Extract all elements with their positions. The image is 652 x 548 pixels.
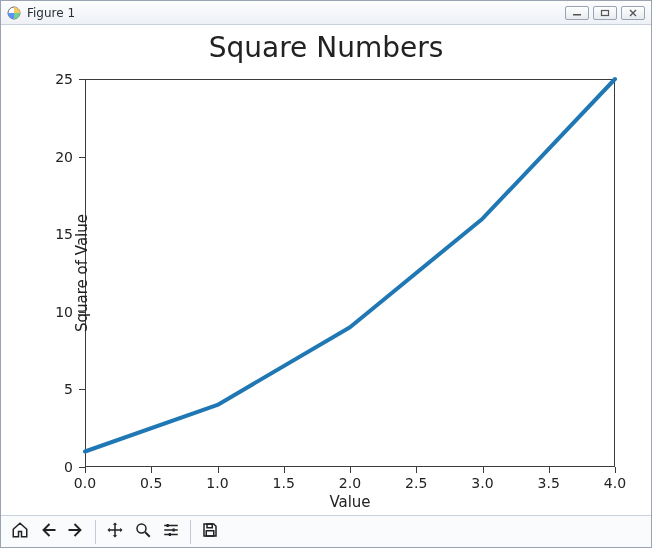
svg-rect-4	[167, 524, 169, 527]
xtick-label: 2.5	[405, 475, 427, 491]
arrow-left-icon	[39, 521, 57, 543]
xtick	[85, 467, 86, 473]
home-icon	[11, 521, 29, 543]
window-title: Figure 1	[27, 6, 75, 20]
move-icon	[106, 521, 124, 543]
sliders-icon	[162, 521, 180, 543]
svg-rect-8	[206, 530, 214, 535]
chart-title: Square Numbers	[1, 31, 651, 64]
minimize-button[interactable]	[565, 6, 589, 20]
svg-point-3	[137, 524, 146, 533]
ytick-label: 15	[55, 226, 73, 242]
forward-button[interactable]	[63, 520, 89, 544]
save-button[interactable]	[197, 520, 223, 544]
xtick-label: 4.0	[604, 475, 626, 491]
ytick-label: 20	[55, 149, 73, 165]
xtick	[284, 467, 285, 473]
xtick-label: 1.5	[273, 475, 295, 491]
configure-button[interactable]	[158, 520, 184, 544]
zoom-button[interactable]	[130, 520, 156, 544]
ytick-label: 10	[55, 304, 73, 320]
arrow-right-icon	[67, 521, 85, 543]
xtick-label: 1.0	[206, 475, 228, 491]
xtick	[218, 467, 219, 473]
pan-button[interactable]	[102, 520, 128, 544]
maximize-button[interactable]	[593, 6, 617, 20]
matplotlib-toolbar	[1, 515, 651, 547]
svg-rect-5	[173, 528, 175, 531]
xtick-label: 0.0	[74, 475, 96, 491]
back-button[interactable]	[35, 520, 61, 544]
line-series	[85, 79, 615, 467]
xtick	[350, 467, 351, 473]
ytick-label: 5	[64, 381, 73, 397]
svg-rect-6	[169, 533, 171, 536]
toolbar-group-io	[197, 520, 229, 544]
xtick-label: 3.5	[538, 475, 560, 491]
xtick-label: 0.5	[140, 475, 162, 491]
figure-window: Figure 1 Square Numbers 0 5 10 1	[0, 0, 652, 548]
svg-rect-7	[207, 524, 212, 528]
window-controls	[565, 6, 645, 20]
xtick	[416, 467, 417, 473]
svg-rect-1	[573, 14, 581, 16]
xtick	[151, 467, 152, 473]
x-axis-label: Value	[85, 493, 615, 511]
home-button[interactable]	[7, 520, 33, 544]
toolbar-group-view	[102, 520, 191, 544]
xtick-label: 2.0	[339, 475, 361, 491]
titlebar: Figure 1	[1, 1, 651, 25]
app-icon	[7, 6, 21, 20]
xtick	[615, 467, 616, 473]
xtick-label: 3.0	[471, 475, 493, 491]
zoom-icon	[134, 521, 152, 543]
svg-rect-2	[602, 10, 609, 15]
close-button[interactable]	[621, 6, 645, 20]
figure-canvas[interactable]: Square Numbers 0 5 10 15 20 25 0.0 0.5 1…	[1, 25, 651, 515]
ytick-label: 0	[64, 459, 73, 475]
xtick	[549, 467, 550, 473]
toolbar-group-nav	[7, 520, 96, 544]
ytick-label: 25	[55, 71, 73, 87]
plot-area: 0 5 10 15 20 25 0.0 0.5 1.0 1.5 2.0 2.5	[85, 79, 615, 467]
save-icon	[201, 521, 219, 543]
xtick	[483, 467, 484, 473]
